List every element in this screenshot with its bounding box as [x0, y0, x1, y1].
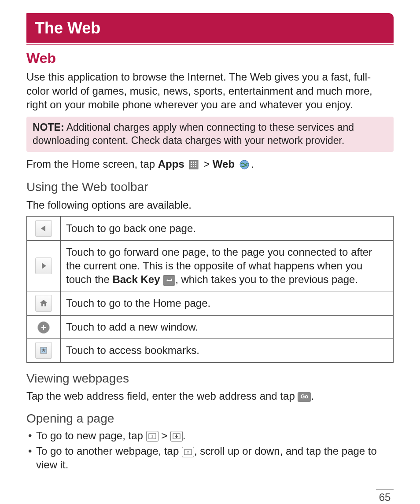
intro-paragraph: Use this application to browse the Inter…	[26, 70, 394, 111]
svg-rect-7	[191, 166, 192, 167]
window-2-icon: 2	[182, 447, 194, 457]
toolbar-heading: Using the Web toolbar	[26, 179, 394, 195]
window-1-icon: 1	[146, 431, 158, 441]
section-title: Web	[26, 49, 394, 68]
svg-rect-8	[193, 166, 194, 167]
svg-rect-22	[175, 436, 178, 437]
viewing-post: .	[311, 390, 314, 402]
list-item: To go to new page, tap 1 > .	[26, 429, 394, 442]
new-window-plus-icon	[170, 431, 183, 441]
icon-cell	[27, 216, 61, 240]
from-home-line: From the Home screen, tap Apps > Web .	[26, 157, 394, 172]
svg-marker-12	[42, 263, 46, 269]
page-number-wrap: 65	[26, 489, 394, 504]
from-home-period: .	[251, 158, 254, 170]
chapter-title: The Web	[35, 18, 385, 39]
icon-cell	[27, 338, 61, 362]
back-arrow-icon	[35, 220, 52, 237]
viewing-heading: Viewing webpages	[26, 371, 394, 386]
apps-label: Apps	[158, 158, 184, 170]
bullet1-mid: >	[161, 430, 170, 441]
bullet1-pre: To go to new page, tap	[36, 430, 146, 441]
note-label: NOTE:	[33, 121, 64, 133]
table-row: Touch to add a new window.	[27, 315, 394, 338]
svg-rect-4	[191, 164, 192, 165]
svg-rect-6	[195, 164, 196, 165]
forward-desc-post: , which takes you to the previous page.	[175, 273, 358, 285]
svg-text:1: 1	[151, 434, 153, 438]
apps-grid-icon	[187, 158, 200, 171]
icon-cell	[27, 315, 61, 338]
toolbar-desc: Touch to go forward one page, to the pag…	[61, 240, 394, 291]
note-box: NOTE: Additional charges apply when conn…	[26, 117, 394, 152]
toolbar-lead: The following options are available.	[26, 198, 394, 212]
table-row: Touch to go forward one page, to the pag…	[27, 240, 394, 291]
svg-rect-5	[193, 164, 194, 165]
table-row: Touch to access bookmarks.	[27, 338, 394, 362]
table-row: Touch to go to the Home page.	[27, 291, 394, 315]
forward-arrow-icon	[35, 258, 52, 274]
globe-icon	[238, 158, 251, 171]
viewing-text: Tap the web address field, enter the web…	[26, 389, 394, 403]
toolbar-desc: Touch to go to the Home page.	[61, 291, 394, 315]
plus-icon	[37, 321, 50, 334]
svg-rect-2	[193, 162, 194, 163]
opening-heading: Opening a page	[26, 411, 394, 427]
bookmark-icon	[35, 342, 52, 359]
toolbar-desc: Touch to go back one page.	[61, 216, 394, 240]
icon-cell	[27, 240, 61, 291]
icon-cell	[27, 291, 61, 315]
home-icon	[35, 295, 52, 312]
chapter-title-bar: The Web	[26, 13, 394, 43]
back-key-label: Back Key	[112, 273, 160, 285]
page-number: 65	[376, 489, 394, 504]
bullet1-post: .	[183, 430, 186, 441]
go-button-icon: Go	[298, 392, 311, 402]
note-text: Additional charges apply when connecting…	[33, 121, 354, 146]
toolbar-desc: Touch to add a new window.	[61, 315, 394, 338]
svg-marker-13	[40, 300, 47, 306]
svg-text:2: 2	[187, 450, 189, 454]
list-item: To go to another webpage, tap 2 , scroll…	[26, 444, 394, 471]
page: The Web Web Use this application to brow…	[0, 0, 420, 504]
opening-list: To go to new page, tap 1 > . To go to an…	[26, 429, 394, 472]
svg-rect-9	[195, 166, 196, 167]
chapter-rule	[26, 44, 394, 45]
svg-point-10	[240, 160, 249, 169]
from-home-pre: From the Home screen, tap	[26, 158, 158, 170]
viewing-pre: Tap the web address field, enter the web…	[26, 390, 298, 402]
svg-rect-15	[41, 327, 46, 328]
from-home-sep: >	[203, 158, 213, 170]
svg-marker-11	[41, 225, 45, 232]
svg-rect-3	[195, 162, 196, 163]
bullet2-pre: To go to another webpage, tap	[36, 445, 182, 457]
table-row: Touch to go back one page.	[27, 216, 394, 240]
svg-rect-1	[191, 162, 192, 163]
toolbar-desc: Touch to access bookmarks.	[61, 338, 394, 362]
back-key-icon	[163, 275, 175, 286]
toolbar-table: Touch to go back one page. Touch to go f…	[26, 216, 394, 363]
web-label: Web	[213, 158, 235, 170]
